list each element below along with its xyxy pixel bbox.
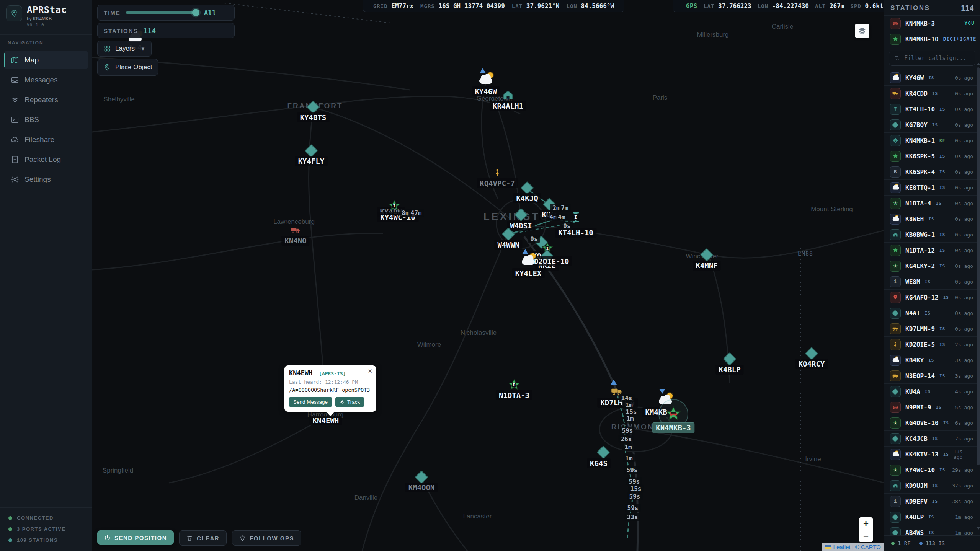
- diamond-icon: [702, 250, 712, 260]
- station-row-kk6spk-4[interactable]: BKK6SPK-4IS0s ago: [884, 164, 980, 179]
- station-callsign: KG7BQY: [905, 121, 928, 129]
- station-row-ku4a[interactable]: KU4AIS4s ago: [884, 383, 980, 399]
- last-heard-age: 0s ago: [955, 201, 975, 206]
- station-callsign: KB0BWG-1: [905, 231, 935, 238]
- sidebar-item-settings[interactable]: Settings: [4, 170, 88, 189]
- trail-time-chip: 1m: [622, 443, 634, 451]
- stations-count-panel: STATIONS 114: [97, 23, 235, 38]
- station-row-kc4jcb[interactable]: KC4JCBIS7s ago: [884, 430, 980, 446]
- last-heard-age: 2s ago: [955, 342, 975, 347]
- map-area[interactable]: ShelbyvilleFRANKFORTGeorgetownMillersbur…: [92, 0, 884, 551]
- sidebar-item-repeaters[interactable]: Repeaters: [4, 91, 88, 109]
- filter-field[interactable]: [889, 51, 975, 66]
- station-row-we8m[interactable]: iWE8MIS0s ago: [884, 274, 980, 289]
- station-row-ab4ws[interactable]: AB4WSIS1m ago: [884, 525, 980, 535]
- time-slider-knob[interactable]: [192, 9, 199, 16]
- station-row-kk4ktv-13[interactable]: KK4KTV-13IS13s ago: [884, 446, 980, 462]
- stations-count: 114: [144, 27, 156, 35]
- flag-icon: [659, 389, 665, 394]
- app-author: by KN4MKB: [27, 16, 67, 21]
- station-label: KG4S: [587, 458, 611, 468]
- brand: APRStac by KN4MKB V0.1.0: [0, 0, 92, 31]
- station-row-n4ai[interactable]: N4AIIS0s ago: [884, 305, 980, 321]
- map-icon: [11, 56, 19, 64]
- station-list-scrollbar[interactable]: [977, 2, 980, 549]
- last-heard-age: 3s ago: [955, 357, 975, 363]
- sidebar-item-messages[interactable]: Messages: [4, 71, 88, 89]
- last-heard-age: 0s ago: [955, 232, 975, 238]
- station-row-kt4lh-10[interactable]: KT4LH-10IS0s ago: [884, 101, 980, 117]
- station-row-kd9ujm[interactable]: KD9UJMIS37s ago: [884, 478, 980, 493]
- zoom-in-button[interactable]: +: [859, 517, 873, 530]
- sidebar-item-map[interactable]: Map: [4, 51, 88, 69]
- sidebar-item-bbs[interactable]: BBS: [4, 111, 88, 129]
- track-button[interactable]: Track: [335, 397, 364, 407]
- starCar-icon: [665, 406, 682, 422]
- station-row-k8weh[interactable]: K8WEHIS0s ago: [884, 211, 980, 227]
- map-action-bar: SEND POSITION CLEAR FOLLOW GPS: [97, 530, 301, 546]
- popup-comment: /A=000000SharkRF openSPOT3: [289, 387, 372, 393]
- station-row-kd2oie-5[interactable]: KD2OIE-5IS2s ago: [884, 336, 980, 352]
- clear-button[interactable]: CLEAR: [179, 530, 227, 546]
- station-row-kk6spk-5[interactable]: KK6SPK-5IS0s ago: [884, 148, 980, 164]
- grid-square-label: EM88: [798, 250, 813, 257]
- follow-gps-button[interactable]: FOLLOW GPS: [232, 530, 301, 546]
- last-heard-age: 3s ago: [955, 373, 975, 379]
- city-label-lancaster: Lancaster: [463, 513, 492, 520]
- power-icon: [104, 535, 111, 541]
- station-row-kd7lmn-9[interactable]: KD7LMN-9IS0s ago: [884, 321, 980, 336]
- station-callsign: N9PMI-9: [905, 404, 931, 411]
- scrollbar-thumb[interactable]: [977, 67, 980, 465]
- station-row-k4blp[interactable]: K4BLPIS1m ago: [884, 509, 980, 525]
- station-callsign: KD9EFV: [905, 498, 928, 505]
- send-message-button[interactable]: Send Message: [289, 397, 332, 407]
- sidebar-item-packet-log[interactable]: Packet Log: [4, 150, 88, 169]
- nav-section-label: NAVIGATION: [0, 40, 92, 49]
- zoom-out-button[interactable]: −: [859, 530, 873, 542]
- layers-grid-icon: [103, 45, 111, 52]
- scroll-up-arrow[interactable]: [977, 63, 980, 65]
- station-row-kg7bqy[interactable]: KG7BQYIS0s ago: [884, 117, 980, 132]
- attribution-text[interactable]: Leaflet | © CARTO: [833, 544, 881, 550]
- last-heard-age: 6s ago: [955, 420, 975, 426]
- station-row-n3eop-14[interactable]: N3EOP-14IS3s ago: [884, 368, 980, 383]
- station-callsign: KD9UJM: [905, 482, 928, 489]
- scroll-down-arrow[interactable]: [977, 527, 980, 530]
- trail-time-chip: 0s: [561, 222, 573, 230]
- station-row-kb4ky[interactable]: KB4KYIS3s ago: [884, 352, 980, 368]
- station-row-kr4cdd[interactable]: KR4CDDIS0s ago: [884, 85, 980, 101]
- basemap-layers-control[interactable]: [855, 24, 869, 38]
- station-row-n1dta-12[interactable]: N1DTA-12IS0s ago: [884, 242, 980, 258]
- station-row-kg4dve-10[interactable]: IKG4DVE-10IS6s ago: [884, 415, 980, 430]
- station-callsign: K4BLP: [905, 514, 924, 521]
- send-position-button[interactable]: SEND POSITION: [97, 530, 174, 545]
- station-row-kg4lky-2[interactable]: DKG4LKY-2IS0s ago: [884, 258, 980, 274]
- station-row-kn4mkb-10[interactable]: KN4MKB-10DIGI+IGATE: [884, 31, 980, 47]
- station-row-n9pmi-9[interactable]: N9PMI-9IS5s ago: [884, 399, 980, 415]
- place-object-button[interactable]: Place Object: [97, 59, 158, 76]
- close-icon[interactable]: ✕: [368, 368, 372, 375]
- time-panel: TIME All: [97, 5, 235, 21]
- station-row-kn4mkb-1[interactable]: DKN4MKB-1RF0s ago: [884, 132, 980, 148]
- layer-stack-icon: [858, 26, 867, 36]
- station-row-kb0bwg-1[interactable]: KB0BWG-1IS0s ago: [884, 227, 980, 242]
- sidebar-item-fileshare[interactable]: Fileshare: [4, 130, 88, 149]
- station-callsign: N3EOP-14: [905, 372, 935, 380]
- station-row-kn4mkb-3[interactable]: KN4MKB-3YOU: [884, 15, 980, 31]
- layers-button[interactable]: Layers ▼: [97, 41, 152, 57]
- station-row-ke8ttq-1[interactable]: KE8TTQ-1IS0s ago: [884, 179, 980, 195]
- time-slider[interactable]: [126, 11, 199, 14]
- stations-panel-title: STATIONS: [890, 4, 930, 12]
- network-badge: IS: [939, 107, 945, 112]
- filter-callsign-input[interactable]: [903, 54, 970, 62]
- map-attribution: Leaflet | © CARTO: [822, 543, 884, 551]
- mgrs-coords: 16S GH 13774 04399: [438, 2, 505, 10]
- station-row-n1dta-4[interactable]: DN1DTA-4IS0s ago: [884, 195, 980, 211]
- station-row-kd9efv[interactable]: iKD9EFVIS38s ago: [884, 493, 980, 509]
- search-icon: [894, 55, 900, 61]
- station-callsign: KN4MKB-1: [905, 137, 935, 144]
- time-value: All: [204, 9, 217, 17]
- station-row-ky4gw[interactable]: KY4GWIS0s ago: [884, 70, 980, 85]
- station-row-kg4afq-12[interactable]: KG4AFQ-12IS0s ago: [884, 289, 980, 305]
- station-row-ky4wc-10[interactable]: IKY4WC-10IS29s ago: [884, 462, 980, 478]
